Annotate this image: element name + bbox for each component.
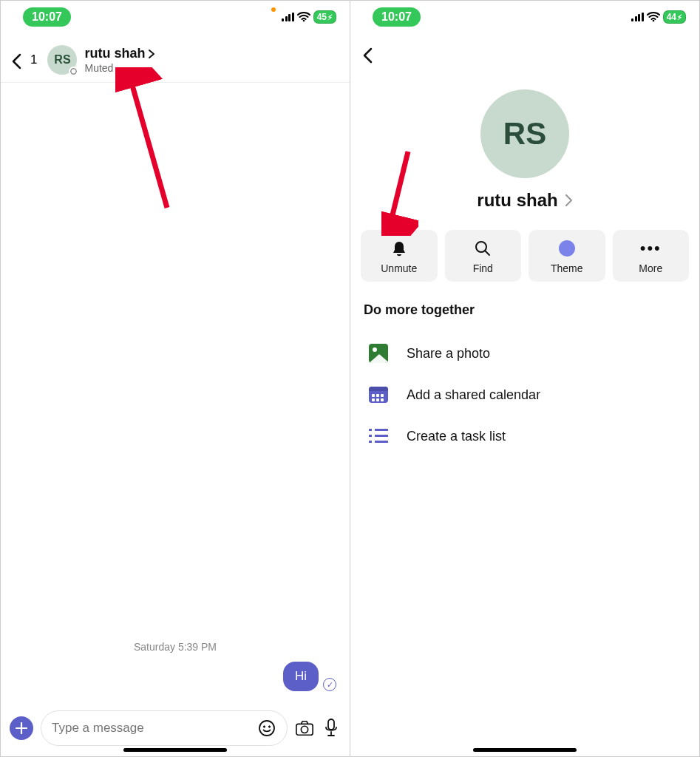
- do-more-section-title: Do more together: [350, 302, 699, 318]
- svg-point-3: [268, 726, 270, 727]
- profile-name-button[interactable]: rutu shah: [350, 190, 699, 211]
- svg-rect-6: [328, 719, 334, 730]
- profile-screen: 10:07 44⚡︎ RS rutu shah Unmute: [350, 1, 699, 756]
- create-task-list-option[interactable]: Create a task list: [350, 415, 699, 457]
- chat-header: 1 RS rutu shah Muted: [1, 33, 350, 83]
- back-button[interactable]: [350, 33, 699, 67]
- cellular-signal-icon: [631, 13, 644, 21]
- contact-name: rutu shah: [84, 46, 145, 61]
- wifi-icon: [647, 12, 660, 22]
- action-row: Unmute Find Theme ••• More: [350, 230, 699, 282]
- svg-line-10: [485, 251, 489, 255]
- microphone-button[interactable]: [322, 719, 341, 738]
- battery-indicator: 44⚡︎: [663, 10, 686, 24]
- svg-point-1: [259, 721, 274, 736]
- add-calendar-option[interactable]: Add a shared calendar: [350, 374, 699, 415]
- message-row: Hi ✓: [14, 662, 336, 691]
- status-bar: 10:07 45⚡︎: [1, 1, 350, 33]
- wifi-icon: [297, 12, 310, 22]
- bell-icon: [390, 239, 408, 258]
- find-button[interactable]: Find: [445, 230, 522, 282]
- chat-body[interactable]: Saturday 5:39 PM Hi ✓: [1, 83, 350, 705]
- svg-point-8: [652, 20, 654, 22]
- recording-indicator-icon: [271, 7, 276, 12]
- theme-button[interactable]: Theme: [529, 230, 605, 282]
- contact-avatar[interactable]: RS: [47, 45, 77, 75]
- profile-name: rutu shah: [477, 190, 557, 211]
- cellular-signal-icon: [282, 13, 294, 21]
- presence-offline-icon: [69, 67, 78, 76]
- message-input[interactable]: [52, 721, 250, 736]
- svg-point-2: [263, 726, 265, 727]
- add-attachment-button[interactable]: [10, 716, 33, 740]
- seen-indicator-icon: ✓: [323, 678, 336, 691]
- calendar-icon: [368, 384, 389, 405]
- message-input-container: [41, 710, 288, 746]
- more-dots-icon: •••: [640, 239, 662, 258]
- chevron-right-icon: [148, 49, 155, 59]
- contact-title-button[interactable]: rutu shah Muted: [84, 46, 155, 74]
- chevron-right-icon: [564, 194, 573, 207]
- chat-screen: 10:07 45⚡︎ 1 RS rutu shah Muted: [1, 1, 350, 756]
- svg-line-11: [390, 152, 408, 224]
- svg-point-5: [301, 726, 307, 733]
- search-icon: [474, 239, 492, 258]
- muted-status-label: Muted: [84, 62, 155, 74]
- svg-point-0: [302, 20, 305, 22]
- more-button[interactable]: ••• More: [613, 230, 690, 282]
- sent-message[interactable]: Hi: [283, 662, 319, 691]
- unmute-button[interactable]: Unmute: [361, 230, 438, 282]
- profile-avatar[interactable]: RS: [480, 89, 569, 178]
- camera-button[interactable]: [295, 719, 314, 738]
- home-indicator[interactable]: [123, 748, 227, 752]
- task-list-icon: [368, 426, 389, 447]
- status-time: 10:07: [373, 7, 421, 27]
- unread-count: 1: [30, 52, 37, 67]
- theme-swatch-icon: [559, 239, 575, 258]
- home-indicator[interactable]: [473, 748, 577, 752]
- photo-icon: [368, 343, 389, 364]
- status-bar: 10:07 44⚡︎: [350, 1, 699, 33]
- back-button[interactable]: [10, 52, 24, 67]
- status-time: 10:07: [23, 7, 71, 27]
- emoji-button[interactable]: [257, 719, 276, 738]
- battery-indicator: 45⚡︎: [313, 10, 336, 24]
- share-photo-option[interactable]: Share a photo: [350, 333, 699, 374]
- message-timestamp: Saturday 5:39 PM: [14, 641, 336, 653]
